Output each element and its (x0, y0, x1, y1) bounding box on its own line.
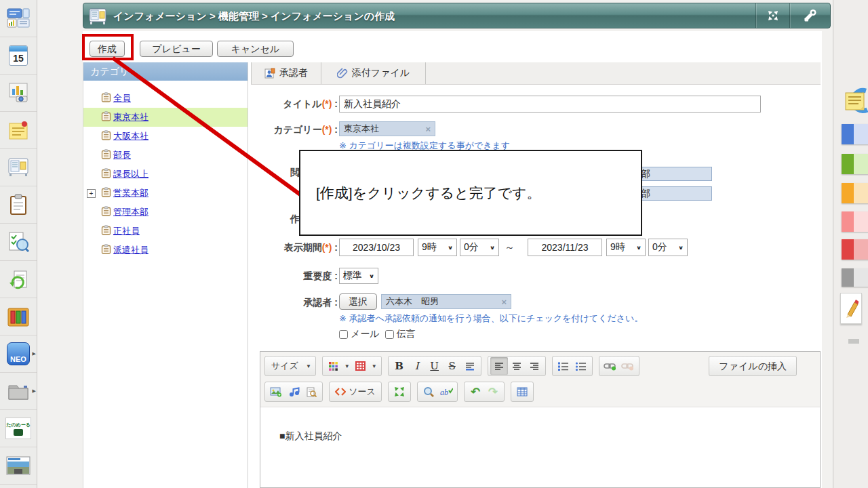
underline-button[interactable]: U (426, 357, 443, 375)
tab-approver-label: 承認者 (279, 67, 308, 79)
remove-tag-icon[interactable]: × (425, 124, 431, 134)
photo-banner-icon[interactable] (0, 447, 37, 485)
settings-button[interactable] (789, 3, 831, 28)
presentation-icon[interactable] (0, 75, 37, 112)
maximize-editor-button[interactable] (391, 383, 408, 401)
schedule-icon[interactable]: 15 (0, 37, 37, 75)
title-input[interactable] (339, 96, 761, 113)
chevron-down-icon: ▼ (372, 363, 377, 369)
category-link[interactable]: 正社員 (113, 225, 140, 237)
insert-file-button[interactable]: ファイルの挿入 (709, 356, 797, 376)
rail-scroll-chip[interactable] (848, 339, 859, 344)
calendar-day: 15 (9, 52, 27, 65)
fusen-blue-swatch[interactable] (842, 124, 868, 144)
infoboard-icon[interactable] (0, 149, 37, 186)
memo-add-icon[interactable] (842, 85, 868, 122)
period-end-minute-select[interactable]: 0分∨ (648, 239, 688, 256)
category-item-tokyo-selected[interactable]: 東京本社 (83, 108, 248, 127)
handwrite-pencil-button[interactable] (840, 293, 862, 324)
category-link[interactable]: 管理本部 (113, 206, 149, 218)
category-link[interactable]: 全員 (113, 92, 131, 104)
align-right-button[interactable] (526, 357, 543, 375)
category-item-eigyo[interactable]: + 営業本部 (83, 184, 248, 203)
create-button[interactable]: 作成 (90, 41, 125, 57)
font-size-combo[interactable]: サイズ ▼ (264, 356, 316, 376)
redo-button[interactable]: ↷ (484, 383, 502, 401)
flyout-arrow-icon[interactable]: ▶ (33, 388, 36, 394)
tab-approver[interactable]: 承認者 (251, 62, 321, 84)
portal-icon[interactable] (0, 0, 37, 37)
insert-image-button[interactable] (267, 383, 285, 401)
period-range-separator: ～ (505, 241, 515, 254)
expand-window-button[interactable] (755, 3, 789, 28)
ordered-list-button[interactable] (555, 357, 572, 375)
align-center-icon (511, 361, 522, 371)
search-doc-icon[interactable] (0, 224, 37, 261)
cabinet-icon[interactable] (0, 298, 37, 336)
neo-app-icon[interactable]: NEO ▶ (0, 336, 37, 373)
period-end-hour-select[interactable]: 9時∨ (606, 239, 646, 256)
fusen-gray-swatch[interactable] (842, 268, 868, 287)
spellcheck-button[interactable]: ab (437, 383, 455, 401)
fusen-red-swatch[interactable] (842, 239, 868, 260)
source-button[interactable]: ソース (332, 383, 379, 401)
media-icon (288, 387, 300, 397)
preview-doc-button[interactable] (302, 383, 320, 401)
strikethrough-button[interactable]: S (443, 357, 461, 375)
tab-attachment[interactable]: 添付ファイル (321, 62, 426, 84)
category-link[interactable]: 課長以上 (113, 168, 149, 180)
period-start-hour-select[interactable]: 9時∨ (418, 239, 457, 256)
italic-button[interactable]: I (408, 357, 426, 375)
category-clipboard-icon (101, 206, 111, 219)
workflow-icon[interactable] (0, 261, 37, 298)
category-item-kanri[interactable]: 管理本部 (83, 203, 248, 222)
category-link[interactable]: 営業本部 (113, 187, 149, 199)
approver-select-button[interactable]: 選択 (339, 293, 377, 310)
fusen-pink-swatch[interactable] (842, 211, 868, 232)
text-color-palette-button[interactable] (325, 357, 342, 375)
category-item-all[interactable]: 全員 (83, 89, 248, 108)
category-item-seishain[interactable]: 正社員 (83, 222, 248, 241)
mail-checkbox[interactable] (339, 330, 348, 339)
category-item-kacho[interactable]: 課長以上 (83, 165, 248, 184)
align-left-button[interactable] (490, 357, 508, 375)
fusen-green-swatch[interactable] (842, 154, 868, 174)
category-link[interactable]: 派遣社員 (113, 244, 149, 256)
folder-icon[interactable]: ▶ (0, 373, 37, 410)
calendar-icon: 15 (9, 45, 28, 66)
period-start-minute-select[interactable]: 0分∨ (460, 239, 499, 256)
remove-tag-icon[interactable]: × (501, 297, 507, 307)
category-link[interactable]: 部長 (113, 149, 131, 161)
period-start-date-input[interactable] (339, 239, 414, 256)
category-link[interactable]: 大阪本社 (113, 130, 149, 142)
table-color-button[interactable] (352, 357, 370, 375)
bold-button[interactable]: B (391, 357, 408, 375)
memo-note-icon[interactable] (0, 112, 37, 149)
dengon-checkbox[interactable] (385, 330, 394, 339)
flyout-arrow-icon[interactable]: ▶ (33, 351, 36, 357)
category-item-haken[interactable]: 派遣社員 (83, 241, 248, 260)
mail-checkbox-label: メール (351, 328, 380, 340)
preview-button[interactable]: プレビュー (140, 41, 213, 57)
tanomeru-icon[interactable]: たのめーる (0, 410, 37, 447)
undo-button[interactable]: ↶ (467, 383, 484, 401)
category-link[interactable]: 東京本社 (113, 111, 149, 123)
insert-media-button[interactable] (285, 383, 302, 401)
tree-expand-icon[interactable]: + (87, 189, 96, 198)
category-item-osaka[interactable]: 大阪本社 (83, 127, 248, 146)
align-center-button[interactable] (508, 357, 526, 375)
period-end-date-input[interactable] (528, 239, 602, 256)
clipboard-icon[interactable] (0, 186, 37, 224)
editor-body[interactable]: ■新入社員紹介 (260, 407, 820, 481)
category-clipboard-icon (101, 149, 111, 162)
underline-color-button[interactable] (461, 357, 479, 375)
insert-table-button[interactable] (513, 383, 531, 401)
remove-link-button[interactable] (619, 357, 637, 375)
insert-link-button[interactable] (601, 357, 619, 375)
cancel-button[interactable]: キャンセル (217, 41, 294, 57)
fusen-orange-swatch[interactable] (842, 183, 868, 203)
bullet-list-button[interactable] (572, 357, 590, 375)
find-button[interactable] (420, 383, 437, 401)
priority-select[interactable]: 標準∨ (339, 268, 378, 284)
category-item-bucho[interactable]: 部長 (83, 146, 248, 165)
